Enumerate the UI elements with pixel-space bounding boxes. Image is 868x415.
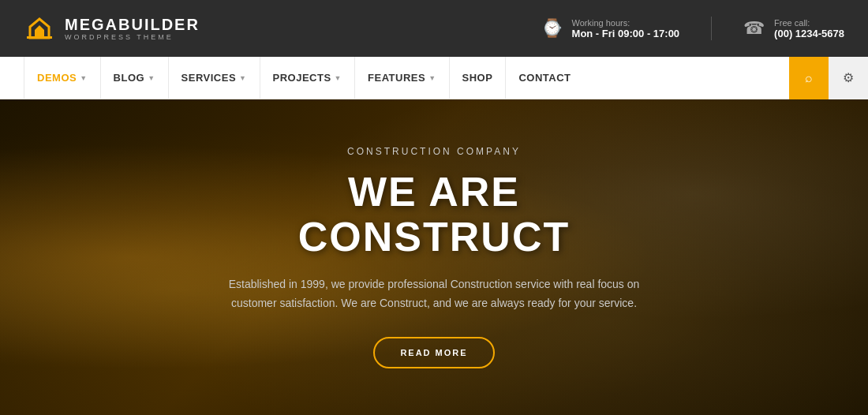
nav-item-shop[interactable]: SHOP bbox=[450, 57, 507, 99]
hero-section: CONSTRUCTION COMPANY WE ARE CONSTRUCT Es… bbox=[0, 99, 868, 415]
logo-text: MEGABUILDER WORDPRESS THEME bbox=[65, 16, 200, 41]
nav-item-demos[interactable]: DEMOS ▼ bbox=[24, 57, 101, 99]
read-more-button[interactable]: READ MORE bbox=[373, 337, 494, 368]
working-hours-label: Working hours: bbox=[572, 18, 680, 28]
nav-label-blog: BLOG bbox=[114, 72, 145, 84]
chevron-down-icon: ▼ bbox=[80, 74, 87, 82]
search-button[interactable]: ⌕ bbox=[789, 57, 829, 99]
logo-icon bbox=[24, 13, 55, 44]
brand-name: MEGABUILDER bbox=[65, 16, 200, 33]
clock-icon: ⌚ bbox=[541, 18, 563, 39]
nav-item-blog[interactable]: BLOG ▼ bbox=[101, 57, 169, 99]
chevron-down-icon: ▼ bbox=[239, 74, 246, 82]
chevron-down-icon: ▼ bbox=[148, 74, 155, 82]
nav-label-contact: CONTACT bbox=[518, 72, 571, 84]
top-bar: MEGABUILDER WORDPRESS THEME ⌚ Working ho… bbox=[0, 0, 868, 57]
gear-icon: ⚙ bbox=[843, 70, 854, 85]
chevron-down-icon: ▼ bbox=[335, 74, 342, 82]
nav-bar: DEMOS ▼ BLOG ▼ SERVICES ▼ PROJECTS ▼ FEA… bbox=[0, 57, 868, 99]
phone-icon: ☎ bbox=[743, 18, 765, 39]
nav-label-projects: PROJECTS bbox=[273, 72, 331, 84]
nav-label-demos: DEMOS bbox=[37, 72, 77, 84]
hero-subtitle: CONSTRUCTION COMPANY bbox=[213, 146, 655, 157]
brand-sub: WORDPRESS THEME bbox=[65, 33, 200, 41]
working-hours-text: Working hours: Mon - Fri 09:00 - 17:00 bbox=[572, 18, 680, 39]
nav-item-services[interactable]: SERVICES ▼ bbox=[169, 57, 260, 99]
nav-item-features[interactable]: FEATURES ▼ bbox=[355, 57, 450, 99]
hero-content: CONSTRUCTION COMPANY WE ARE CONSTRUCT Es… bbox=[197, 146, 671, 368]
nav-item-projects[interactable]: PROJECTS ▼ bbox=[260, 57, 356, 99]
free-call-block: ☎ Free call: (00) 1234-5678 bbox=[743, 18, 844, 39]
free-call-value: (00) 1234-5678 bbox=[774, 28, 844, 39]
nav-item-contact[interactable]: CONTACT bbox=[506, 57, 583, 99]
hero-description: Established in 1999, we provide professi… bbox=[213, 275, 655, 313]
top-bar-right: ⌚ Working hours: Mon - Fri 09:00 - 17:00… bbox=[541, 17, 844, 40]
working-hours-block: ⌚ Working hours: Mon - Fri 09:00 - 17:00 bbox=[541, 18, 680, 39]
settings-button[interactable]: ⚙ bbox=[829, 57, 868, 99]
free-call-text: Free call: (00) 1234-5678 bbox=[774, 18, 844, 39]
hero-title: WE ARE CONSTRUCT bbox=[213, 170, 655, 260]
divider bbox=[711, 17, 712, 40]
logo[interactable]: MEGABUILDER WORDPRESS THEME bbox=[24, 13, 200, 44]
svg-rect-2 bbox=[27, 36, 52, 39]
working-hours-value: Mon - Fri 09:00 - 17:00 bbox=[572, 28, 680, 39]
nav-label-features: FEATURES bbox=[368, 72, 425, 84]
svg-marker-1 bbox=[35, 25, 44, 38]
free-call-label: Free call: bbox=[774, 18, 844, 28]
chevron-down-icon: ▼ bbox=[428, 74, 436, 82]
nav-label-services: SERVICES bbox=[181, 72, 237, 84]
search-icon: ⌕ bbox=[805, 71, 813, 85]
nav-links: DEMOS ▼ BLOG ▼ SERVICES ▼ PROJECTS ▼ FEA… bbox=[24, 57, 789, 99]
nav-label-shop: SHOP bbox=[462, 72, 493, 84]
